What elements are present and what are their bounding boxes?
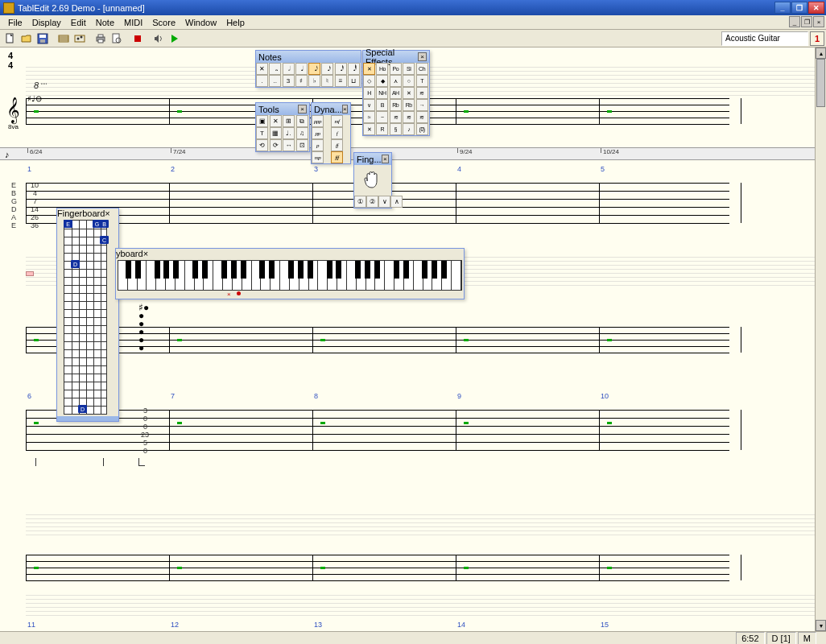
tool-cell[interactable]: ⟲ <box>256 139 268 151</box>
effect-cell[interactable]: ◇ <box>363 75 375 87</box>
black-key[interactable] <box>298 261 304 279</box>
tool-cell[interactable]: ♫ <box>296 127 308 139</box>
tool-cell[interactable]: ⟳ <box>270 139 282 151</box>
tab-view-button[interactable] <box>56 31 71 46</box>
hand-icon[interactable] <box>354 165 391 196</box>
dynamic-cell[interactable]: p <box>312 139 324 151</box>
black-key[interactable] <box>394 261 399 279</box>
effect-cell[interactable]: T <box>416 75 428 87</box>
effect-cell[interactable]: AH <box>390 87 402 99</box>
white-key[interactable] <box>452 261 461 290</box>
tool-cell[interactable]: ▣ <box>256 115 268 127</box>
maximize-button[interactable]: ❐ <box>791 2 807 14</box>
menu-midi[interactable]: MIDI <box>119 16 147 29</box>
effect-cell[interactable]: ≋ <box>390 111 402 123</box>
print-preview-button[interactable] <box>109 31 124 46</box>
stop-button[interactable] <box>130 31 145 46</box>
note-dot[interactable]: . <box>256 75 268 87</box>
palette-title[interactable]: Fing... <box>357 155 382 164</box>
black-key[interactable] <box>126 261 131 279</box>
palette-close-icon[interactable]: × <box>382 155 389 163</box>
black-key[interactable] <box>163 261 169 279</box>
effect-cell[interactable]: Ho <box>376 63 388 75</box>
effect-cell[interactable]: (0) <box>416 123 428 135</box>
black-key[interactable] <box>355 261 361 279</box>
effect-cell[interactable]: ≋ <box>416 111 428 123</box>
palette-title[interactable]: Tools <box>258 105 298 114</box>
effect-cell[interactable]: B <box>376 99 388 111</box>
dynamic-cell[interactable]: mp <box>312 151 324 163</box>
black-key[interactable] <box>336 261 341 279</box>
stroke-down[interactable]: ∨ <box>378 196 390 208</box>
black-key[interactable] <box>374 261 380 279</box>
menu-edit[interactable]: Edit <box>66 16 91 29</box>
tool-cell[interactable]: ⊞ <box>283 115 295 127</box>
scroll-up-button[interactable]: ▴ <box>816 47 826 59</box>
note-sixteenth[interactable]: 𝅘𝅥𝅯 <box>321 63 333 75</box>
open-button[interactable] <box>19 31 34 46</box>
play-button[interactable] <box>167 31 182 46</box>
effect-cell[interactable]: H <box>363 87 375 99</box>
effect-cell[interactable]: Rb <box>390 99 402 111</box>
tool-cell[interactable]: ▦ <box>270 127 282 139</box>
note-tie[interactable]: ≡ <box>335 75 347 87</box>
effect-cell[interactable]: ~ <box>376 111 388 123</box>
tool-cell[interactable]: ↔ <box>283 139 295 151</box>
note-rest[interactable]: ⊔ <box>348 75 360 87</box>
scroll-thumb[interactable] <box>816 59 825 107</box>
note-none[interactable]: ✕ <box>256 63 268 75</box>
effect-cell[interactable]: ≋ <box>416 87 428 99</box>
note-flat[interactable]: ♭ <box>308 75 320 87</box>
effect-cell[interactable]: R <box>376 123 388 135</box>
stroke-up[interactable]: ∧ <box>390 196 403 208</box>
black-key[interactable] <box>365 261 370 279</box>
effect-cell[interactable]: Ch <box>416 63 428 75</box>
menu-help[interactable]: Help <box>221 16 250 29</box>
black-key[interactable] <box>288 261 294 279</box>
note-64th[interactable]: 𝅘𝅥𝅱 <box>348 63 360 75</box>
finger-1[interactable]: ① <box>354 196 366 208</box>
black-key[interactable] <box>221 261 227 279</box>
effect-cell[interactable]: Sl <box>403 63 415 75</box>
tool-cell[interactable]: ⊡ <box>296 139 308 151</box>
black-key[interactable] <box>135 261 141 279</box>
effect-cell[interactable]: NH <box>376 87 388 99</box>
palette-title[interactable]: Notes <box>258 52 358 62</box>
vertical-scrollbar[interactable]: ▴ ▾ <box>815 47 826 631</box>
black-key[interactable] <box>432 261 437 279</box>
mdi-restore-button[interactable]: ❐ <box>801 16 812 27</box>
tool-cell[interactable]: T <box>256 127 268 139</box>
instrument-name[interactable]: Acoustic Guitar <box>721 31 808 46</box>
palette-title[interactable]: yboard <box>116 249 143 258</box>
menu-file[interactable]: File <box>3 16 27 29</box>
note-whole[interactable]: 𝅝 <box>269 63 281 75</box>
effect-cell[interactable]: ○ <box>403 75 415 87</box>
score-view-button[interactable] <box>72 31 87 46</box>
dynamic-cell[interactable]: pp <box>312 127 324 139</box>
staff-row-2[interactable] <box>26 327 729 353</box>
menu-window[interactable]: Window <box>180 16 221 29</box>
dynamics-palette[interactable]: Dyna...× pppmfppfpffmpfff <box>311 102 351 164</box>
fingerboard-window[interactable]: Fingerboard× EGBCDD <box>56 208 119 422</box>
effect-cell[interactable]: ≈ <box>363 111 375 123</box>
mdi-minimize-button[interactable]: _ <box>789 16 800 27</box>
special-effects-palette[interactable]: Special Effects× ✕HoPoSlCh◇◆⋏○THNHAH✕≋∨B… <box>362 50 430 136</box>
black-key[interactable] <box>241 261 246 279</box>
effect-cell[interactable]: Rb <box>403 99 415 111</box>
black-key[interactable] <box>327 261 332 279</box>
dynamic-cell[interactable]: fff <box>331 151 343 163</box>
effect-cell[interactable]: → <box>416 99 428 111</box>
black-key[interactable] <box>422 261 427 279</box>
effect-cell[interactable]: ◆ <box>376 75 388 87</box>
finger-2[interactable]: ② <box>366 196 378 208</box>
note-triplet[interactable]: 3 <box>283 75 295 87</box>
dynamic-cell[interactable]: f <box>331 127 343 139</box>
dynamic-cell[interactable]: ff <box>331 139 343 151</box>
effect-cell[interactable]: Po <box>390 63 402 75</box>
effect-cell[interactable]: ≋ <box>403 111 415 123</box>
notes-palette[interactable]: Notes ✕ 𝅝 𝅗𝅥 𝅘𝅥 𝅘𝅥𝅮 𝅘𝅥𝅯 𝅘𝅥𝅰 𝅘𝅥𝅱 . .. 3 ♯… <box>255 50 361 88</box>
black-key[interactable] <box>441 261 447 279</box>
fingering-palette[interactable]: Fing...× ① ② ∨ ∧ <box>353 152 392 208</box>
note-natural[interactable]: ♮ <box>321 75 333 87</box>
note-sharp[interactable]: ♯ <box>295 75 308 87</box>
